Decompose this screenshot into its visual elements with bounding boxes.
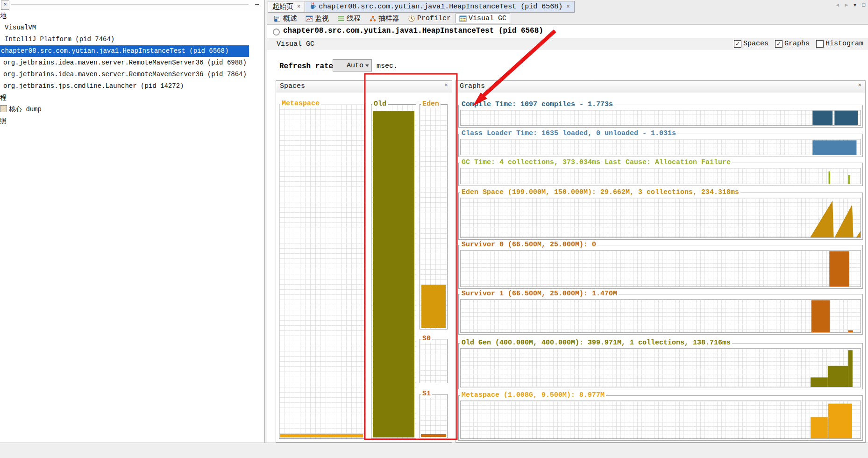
space-old: Old xyxy=(371,104,416,439)
graph-row: Old Gen (400.000M, 400.000M): 399.971M, … xyxy=(458,343,863,389)
tree-item[interactable]: 核心 dump xyxy=(0,104,264,115)
history-forward-icon[interactable]: ▶ xyxy=(845,2,848,8)
visualgc-title: Visual GC xyxy=(277,40,314,48)
spaces-panel-title: Spaces xyxy=(280,82,305,90)
refresh-rate-label: Refresh rate: xyxy=(279,62,338,71)
graph-plot xyxy=(460,401,861,439)
monitor-icon xyxy=(306,15,313,22)
visualvm-window: × — 地VisualVMIntelliJ Platform (pid 7464… xyxy=(0,0,868,458)
graph-plot xyxy=(460,198,861,238)
process-header: chapter08.src.com.yutian.java1.HeapInsta… xyxy=(267,25,868,38)
space-grid xyxy=(279,104,364,438)
graph-label: Metaspace (1.008G, 9.500M): 8.977M xyxy=(460,391,606,400)
tree-item[interactable]: org.jetbrains.idea.maven.server.RemoteMa… xyxy=(0,69,264,80)
tree-item[interactable]: 地 xyxy=(0,10,264,22)
checkbox-label: Histogram xyxy=(825,40,863,48)
tree-item[interactable]: chapter08.src.com.yutian.java1.HeapInsta… xyxy=(0,45,249,57)
checkbox-checked-icon: ✓ xyxy=(775,40,783,48)
tree-item[interactable]: VisualVM xyxy=(0,22,264,34)
space-label: Metaspace xyxy=(280,100,321,108)
graphs-panel-title: Graphs xyxy=(460,82,485,90)
space-grid xyxy=(420,339,447,383)
space-fill xyxy=(373,111,414,437)
space-label: S1 xyxy=(421,390,432,398)
sampler-icon xyxy=(369,15,377,22)
history-back-icon[interactable]: ◀ xyxy=(836,2,840,8)
graph-row: Eden Space (199.000M, 150.000M): 29.662M… xyxy=(458,193,863,240)
toolbar-button-profiler[interactable]: Profiler xyxy=(404,14,455,23)
tree-item[interactable]: org.jetbrains.idea.maven.server.RemoteMa… xyxy=(0,57,264,69)
graph-label: Eden Space (199.000M, 150.000M): 29.662M… xyxy=(460,188,740,197)
refresh-rate-unit: msec. xyxy=(377,62,398,70)
graph-plot xyxy=(460,348,861,387)
chevron-down-icon xyxy=(365,64,369,67)
refresh-rate-select[interactable]: Auto xyxy=(333,59,372,72)
process-status-icon xyxy=(273,29,280,36)
applications-tree: 地VisualVMIntelliJ Platform (pid 7464)cha… xyxy=(0,10,264,443)
toolbar-button-threads[interactable]: 线程 xyxy=(334,13,364,24)
tree-item-label: 核心 dump xyxy=(9,106,42,113)
space-eden: Eden xyxy=(420,104,448,329)
visualgc-icon xyxy=(459,15,467,22)
toolbar-button-visualgc[interactable]: Visual GC xyxy=(455,14,510,23)
tree-item-label: chapter08.src.com.yutian.java1.HeapInsta… xyxy=(1,47,228,55)
toolbar-button-sampler[interactable]: 抽样器 xyxy=(365,13,403,24)
space-label: Old xyxy=(372,100,388,108)
threads-icon xyxy=(337,15,345,22)
space-label: Eden xyxy=(421,100,441,108)
graph-plot xyxy=(460,110,861,126)
tab-close-icon[interactable]: × xyxy=(566,4,569,10)
process-title: chapter08.src.com.yutian.java1.HeapInsta… xyxy=(283,27,543,35)
checkbox-label: Spaces xyxy=(743,40,768,48)
applications-sidebar: × — 地VisualVMIntelliJ Platform (pid 7464… xyxy=(0,0,264,443)
graphs-panel-header: Graphs × xyxy=(456,81,865,93)
close-icon[interactable]: × xyxy=(444,82,448,89)
refresh-rate-row: Refresh rate: Auto msec. xyxy=(267,50,868,80)
graph-row: Survivor 0 (66.500M, 25.000M): 0 xyxy=(458,245,863,289)
tree-item[interactable]: IntelliJ Platform (pid 7464) xyxy=(0,34,264,45)
graph-row: Survivor 1 (66.500M, 25.000M): 1.470M xyxy=(458,294,863,335)
graph-label: Compile Time: 1097 compiles - 1.773s xyxy=(460,100,614,109)
tree-item[interactable]: 程 xyxy=(0,92,264,104)
java-icon xyxy=(309,2,316,12)
close-icon[interactable]: × xyxy=(1,0,9,10)
graph-plot xyxy=(460,299,861,333)
document-tab[interactable]: 起始页× xyxy=(268,1,305,13)
minimize-icon[interactable]: — xyxy=(255,0,259,9)
overview-icon xyxy=(274,15,281,22)
checkbox-histogram[interactable]: Histogram xyxy=(816,40,863,48)
tab-list-dropdown-icon[interactable]: ▼ xyxy=(854,2,857,8)
checkbox-checked-icon: ✓ xyxy=(734,40,741,48)
toolbar-button-label: Visual GC xyxy=(469,14,506,22)
graph-label: Survivor 1 (66.500M, 25.000M): 1.470M xyxy=(460,290,619,298)
status-bar xyxy=(0,443,868,458)
document-tab[interactable]: chapter08.src.com.yutian.java1.HeapInsta… xyxy=(305,1,574,13)
checkbox-label: Graphs xyxy=(784,40,810,48)
space-fill xyxy=(421,434,446,437)
graphs-panel: Graphs × Compile Time: 1097 compiles - 1… xyxy=(455,80,866,443)
checkbox-spaces[interactable]: ✓Spaces xyxy=(734,40,768,48)
tab-close-icon[interactable]: × xyxy=(297,4,300,10)
graph-row: Compile Time: 1097 compiles - 1.773s xyxy=(458,105,863,128)
graph-plot xyxy=(460,168,861,184)
view-toolbar: 概述监视线程抽样器ProfilerVisual GC xyxy=(267,13,868,25)
tree-item[interactable]: 照 xyxy=(0,115,264,127)
tab-label: chapter08.src.com.yutian.java1.HeapInsta… xyxy=(319,3,562,11)
tab-label: 起始页 xyxy=(272,2,293,11)
graph-row: Metaspace (1.008G, 9.500M): 8.977M xyxy=(458,395,863,441)
close-icon[interactable]: × xyxy=(858,82,861,89)
maximize-icon[interactable]: □ xyxy=(862,2,865,8)
tree-item[interactable]: org.jetbrains.jps.cmdline.Launcher (pid … xyxy=(0,80,264,92)
tree-item-label: IntelliJ Platform (pid 7464) xyxy=(5,36,114,43)
tree-item-label: 程 xyxy=(0,94,7,101)
toolbar-button-monitor[interactable]: 监视 xyxy=(302,13,333,24)
tree-item-label: 地 xyxy=(0,12,7,20)
toolbar-button-overview[interactable]: 概述 xyxy=(270,13,301,24)
tab-bar: 起始页×chapter08.src.com.yutian.java1.HeapI… xyxy=(267,0,868,13)
space-fill xyxy=(280,434,363,437)
graph-plot xyxy=(460,139,861,155)
tree-item-label: org.jetbrains.jps.cmdline.Launcher (pid … xyxy=(3,82,184,90)
space-s1: S1 xyxy=(420,394,448,438)
checkbox-graphs[interactable]: ✓Graphs xyxy=(775,40,810,48)
graph-label: Class Loader Time: 1635 loaded, 0 unload… xyxy=(460,129,677,138)
